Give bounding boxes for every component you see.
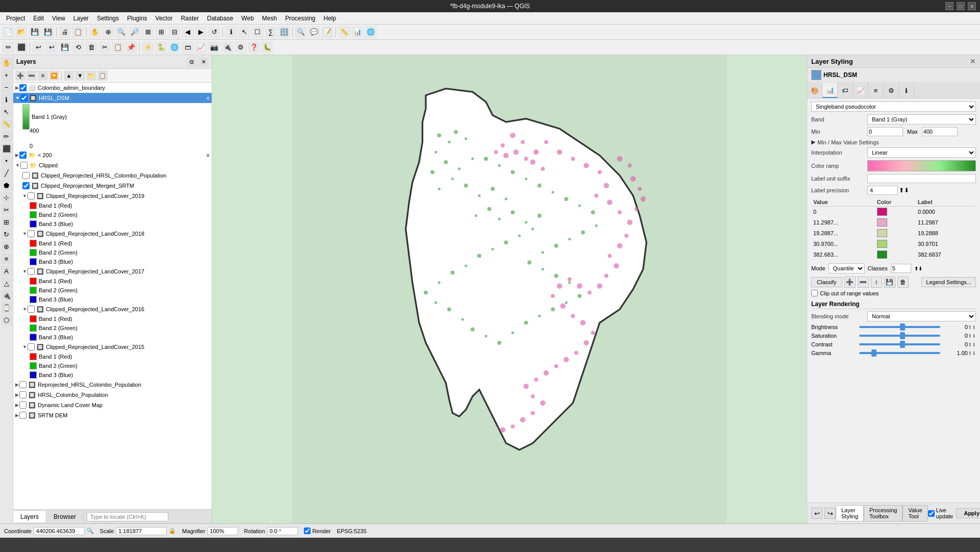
label-precision-input[interactable]: 4 [867,186,898,195]
brightness-thumb[interactable] [900,323,905,331]
copy-button[interactable]: 📋 [112,41,124,54]
georef-button[interactable]: 📷 [208,41,220,54]
add-point-tool[interactable]: • [1,155,12,166]
menu-database[interactable]: Database [203,14,237,23]
add-layer-button[interactable]: ➕ [15,70,25,81]
python-button[interactable]: 🐍 [155,41,167,54]
add-line-tool[interactable]: ╱ [1,167,12,179]
layer-checkbox-lc2015[interactable] [28,343,35,350]
add-polygon-tool[interactable]: ⬟ [1,180,12,191]
menu-processing[interactable]: Processing [281,14,319,23]
zoom-layer-button[interactable]: ⊞ [155,26,167,38]
menu-layer[interactable]: Layer [69,14,93,23]
layer-srtm-dem[interactable]: ▶ 🔲 SRTM DEM [13,410,212,420]
minmax-settings-expand[interactable]: ▶ Min / Max Value Settings [811,139,976,145]
layer-checkbox-lc2019[interactable] [28,192,35,199]
ungroup-button[interactable]: 📋 [97,70,108,81]
zoom-selection-button[interactable]: ⊟ [168,26,180,38]
right-panel-close-button[interactable]: ✕ [970,57,976,65]
bug-button[interactable]: 🐛 [261,41,273,54]
tab-icon-symbology[interactable]: 🎨 [807,83,822,98]
open-attr-button[interactable]: ≡ [38,70,48,81]
tab-layers[interactable]: Layers [13,511,46,522]
classify-button[interactable]: Classify [811,277,842,287]
measure-tool[interactable]: 📏 [1,118,12,130]
plugins-tool[interactable]: 🔌 [1,290,12,301]
layer-checkbox-clipped[interactable] [20,162,28,169]
table-row[interactable]: 0 0.0000 [811,207,976,217]
menu-web[interactable]: Web [237,14,257,23]
color-swatch-4[interactable] [877,250,887,259]
tab-icon-fields[interactable]: ≡ [868,83,884,98]
layer-checkbox-hrsl[interactable] [20,94,28,102]
merge-tool[interactable]: ⊞ [1,216,12,228]
redo-button[interactable]: ↩ [45,41,58,54]
band-select[interactable]: Band 1 (Gray) [867,114,976,124]
tab-icon-diagrams[interactable]: 📈 [853,83,868,98]
label-tool[interactable]: A [1,265,12,277]
zoom-forward-button[interactable]: ▶ [195,26,207,38]
cut-button[interactable]: ✂ [98,41,111,54]
zoom-in-button[interactable]: 🔍 [115,26,127,38]
group-button[interactable]: 📁 [86,70,96,81]
rotate-tool[interactable]: ↻ [1,229,12,240]
contrast-thumb[interactable] [900,341,905,348]
layer-lc2017[interactable]: ▼ 🔲 Clipped_Reprojected_LandCover_2017 [13,266,212,277]
calc-button[interactable]: 🔢 [278,26,290,38]
zoom-full-button[interactable]: ⊠ [142,26,154,38]
layer-clipped-pop[interactable]: 🔲 Clipped_Reprojected_HRSL_Colombo_Popul… [13,170,212,181]
layer-lc2018[interactable]: ▼ 🔲 Clipped_Reprojected_LandCover_2018 [13,229,212,239]
move-up-button[interactable]: ▲ [64,70,74,81]
field-calc-button[interactable]: ⚡ [142,41,154,54]
maximize-button[interactable]: □ [957,2,965,10]
mode-select[interactable]: Quantile [829,263,865,273]
color-ramp-preview[interactable] [867,160,976,171]
node-tool[interactable]: ⬛ [1,143,12,154]
tab-icon-active[interactable]: 📊 [822,83,838,98]
classes-input[interactable]: 5 [891,264,911,273]
identify-button[interactable]: ℹ [225,26,237,38]
tab-icon-metadata[interactable]: ℹ [899,83,914,98]
renderer-select[interactable]: Singleband pseudocolor [811,102,976,112]
pan-button[interactable]: ✋ [89,26,101,38]
open-project-button[interactable]: 📂 [15,26,28,38]
color-swatch-1[interactable] [877,218,887,227]
layers-maximize-button[interactable]: ⧉ [187,57,197,67]
pencil-button[interactable]: ✏ [2,41,14,54]
layer-clipped-group[interactable]: ▼ 📁 Clipped [13,160,212,170]
zoom-out-button[interactable]: 🔎 [128,26,141,38]
layer-checkbox-colombo[interactable] [19,84,27,91]
browser-button[interactable]: 🌐 [168,41,180,54]
layer-checkbox-hrsl-pop[interactable] [19,391,27,398]
print-button[interactable]: 🖨 [59,26,71,38]
layer-lc2016[interactable]: ▼ 🔲 Clipped_Reprojected_LandCover_2016 [13,304,212,314]
layer-clipped-srtm[interactable]: 🔲 Clipped_Reprojected_Merged_SRTM [13,181,212,191]
layer-checkbox-srtm[interactable] [19,412,27,419]
topology-tool[interactable]: △ [1,278,12,289]
clip-range-checkbox[interactable] [811,290,818,296]
min-input[interactable]: 0 [867,127,903,136]
layer-checkbox-reprojected[interactable] [19,381,27,388]
menu-plugins[interactable]: Plugins [123,14,151,23]
save-button[interactable]: 💾 [29,26,41,38]
table-row[interactable]: 382.683... 382.6837 [811,249,976,260]
layer-colombo-boundary[interactable]: ▶ ⬜ Colombo_admin_boundary [13,83,212,93]
layer-checkbox-clipped-pop[interactable] [22,172,30,179]
layer-lt200[interactable]: ▶ 📁 < 200 ≡ [13,150,212,160]
color-swatch-3[interactable] [877,240,887,248]
move-tool[interactable]: ⊕ [1,241,12,252]
delete-class-button[interactable]: 🗑 [897,277,909,288]
new-project-button[interactable]: 📄 [2,26,14,38]
table-row[interactable]: 11.2987... 11.2987 [811,217,976,228]
remove-layer-button[interactable]: ➖ [27,70,37,81]
layer-dynamic-lc[interactable]: ▶ 🔲 Dynamic Land Cover Map [13,400,212,410]
saturation-thumb[interactable] [900,332,905,339]
report-button[interactable]: 📊 [351,26,364,38]
minimize-button[interactable]: ─ [945,2,953,10]
measure-button[interactable]: 📏 [338,26,350,38]
menu-raster[interactable]: Raster [177,14,203,23]
attr-tool[interactable]: ≡ [1,253,12,264]
layer-checkbox-clipped-srtm[interactable] [22,182,30,189]
save-color-button[interactable]: 💾 [884,277,895,288]
plugin-button[interactable]: 🔌 [221,41,234,54]
